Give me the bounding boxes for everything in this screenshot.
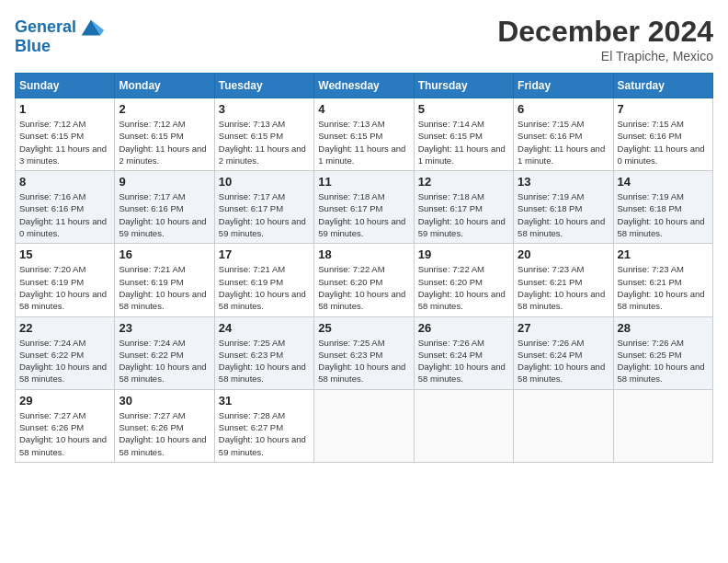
calendar-week-row: 15Sunrise: 7:20 AMSunset: 6:19 PMDayligh… [16,244,713,316]
day-info: Sunrise: 7:23 AMSunset: 6:21 PMDaylight:… [518,263,609,312]
calendar-cell: 1Sunrise: 7:12 AMSunset: 6:15 PMDaylight… [16,98,115,171]
calendar-cell: 19Sunrise: 7:22 AMSunset: 6:20 PMDayligh… [414,244,513,316]
day-number: 27 [518,321,609,335]
day-info: Sunrise: 7:22 AMSunset: 6:20 PMDaylight:… [318,263,409,312]
page-header: General Blue December 2024 El Trapiche, … [15,15,713,63]
calendar-cell: 8Sunrise: 7:16 AMSunset: 6:16 PMDaylight… [16,171,115,244]
calendar-cell [414,389,513,462]
day-number: 9 [119,175,210,189]
day-number: 10 [219,175,310,189]
calendar-cell: 16Sunrise: 7:21 AMSunset: 6:19 PMDayligh… [115,244,214,316]
weekday-header-sunday: Sunday [16,74,115,98]
calendar-cell: 11Sunrise: 7:18 AMSunset: 6:17 PMDayligh… [314,171,414,244]
day-info: Sunrise: 7:25 AMSunset: 6:23 PMDaylight:… [219,337,310,385]
day-info: Sunrise: 7:24 AMSunset: 6:22 PMDaylight:… [19,337,110,385]
calendar-cell: 30Sunrise: 7:27 AMSunset: 6:26 PMDayligh… [115,389,214,462]
calendar-week-row: 29Sunrise: 7:27 AMSunset: 6:26 PMDayligh… [16,389,713,462]
day-info: Sunrise: 7:13 AMSunset: 6:15 PMDaylight:… [219,118,310,167]
calendar-cell: 3Sunrise: 7:13 AMSunset: 6:15 PMDaylight… [214,98,313,171]
calendar-week-row: 1Sunrise: 7:12 AMSunset: 6:15 PMDaylight… [16,98,713,171]
calendar-cell: 18Sunrise: 7:22 AMSunset: 6:20 PMDayligh… [314,244,414,316]
day-number: 11 [318,175,409,189]
day-number: 29 [19,394,110,408]
day-number: 22 [19,321,110,335]
day-number: 24 [219,321,310,335]
day-number: 16 [119,247,210,261]
day-info: Sunrise: 7:13 AMSunset: 6:15 PMDaylight:… [318,118,409,167]
day-number: 1 [19,102,110,116]
calendar-cell: 20Sunrise: 7:23 AMSunset: 6:21 PMDayligh… [514,244,613,316]
calendar-cell: 28Sunrise: 7:26 AMSunset: 6:25 PMDayligh… [613,316,712,389]
calendar-cell: 21Sunrise: 7:23 AMSunset: 6:21 PMDayligh… [613,244,712,316]
day-info: Sunrise: 7:27 AMSunset: 6:26 PMDaylight:… [119,409,210,458]
day-number: 20 [518,247,609,261]
day-info: Sunrise: 7:22 AMSunset: 6:20 PMDaylight:… [418,263,509,312]
day-number: 23 [119,321,210,335]
day-number: 5 [418,102,509,116]
day-info: Sunrise: 7:24 AMSunset: 6:22 PMDaylight:… [119,337,210,385]
day-number: 21 [618,247,709,261]
weekday-header-thursday: Thursday [414,74,513,98]
day-info: Sunrise: 7:17 AMSunset: 6:16 PMDaylight:… [119,190,210,239]
weekday-header-saturday: Saturday [613,74,712,98]
day-info: Sunrise: 7:15 AMSunset: 6:16 PMDaylight:… [518,118,609,167]
calendar-cell: 14Sunrise: 7:19 AMSunset: 6:18 PMDayligh… [613,171,712,244]
day-number: 30 [119,394,210,408]
day-info: Sunrise: 7:15 AMSunset: 6:16 PMDaylight:… [618,118,709,167]
title-block: December 2024 El Trapiche, Mexico [497,15,713,63]
day-info: Sunrise: 7:16 AMSunset: 6:16 PMDaylight:… [19,190,110,239]
day-info: Sunrise: 7:20 AMSunset: 6:19 PMDaylight:… [19,263,110,312]
day-info: Sunrise: 7:12 AMSunset: 6:15 PMDaylight:… [19,118,110,167]
day-info: Sunrise: 7:23 AMSunset: 6:21 PMDaylight:… [618,263,709,312]
calendar-cell: 6Sunrise: 7:15 AMSunset: 6:16 PMDaylight… [514,98,613,171]
calendar-week-row: 22Sunrise: 7:24 AMSunset: 6:22 PMDayligh… [16,316,713,389]
calendar-cell: 10Sunrise: 7:17 AMSunset: 6:17 PMDayligh… [214,171,313,244]
day-info: Sunrise: 7:21 AMSunset: 6:19 PMDaylight:… [219,263,310,312]
day-number: 15 [19,247,110,261]
day-number: 17 [219,247,310,261]
calendar-cell: 31Sunrise: 7:28 AMSunset: 6:27 PMDayligh… [214,389,313,462]
calendar-cell: 4Sunrise: 7:13 AMSunset: 6:15 PMDaylight… [314,98,414,171]
calendar-cell: 17Sunrise: 7:21 AMSunset: 6:19 PMDayligh… [214,244,313,316]
day-info: Sunrise: 7:19 AMSunset: 6:18 PMDaylight:… [518,190,609,239]
day-info: Sunrise: 7:21 AMSunset: 6:19 PMDaylight:… [119,263,210,312]
calendar-cell: 24Sunrise: 7:25 AMSunset: 6:23 PMDayligh… [214,316,313,389]
day-number: 8 [19,175,110,189]
day-info: Sunrise: 7:26 AMSunset: 6:24 PMDaylight:… [518,337,609,385]
day-number: 2 [119,102,210,116]
day-info: Sunrise: 7:17 AMSunset: 6:17 PMDaylight:… [219,190,310,239]
day-info: Sunrise: 7:14 AMSunset: 6:15 PMDaylight:… [418,118,509,167]
calendar-cell: 25Sunrise: 7:25 AMSunset: 6:23 PMDayligh… [314,316,414,389]
calendar-cell: 9Sunrise: 7:17 AMSunset: 6:16 PMDaylight… [115,171,214,244]
day-info: Sunrise: 7:12 AMSunset: 6:15 PMDaylight:… [119,118,210,167]
day-number: 7 [618,102,709,116]
calendar-cell: 26Sunrise: 7:26 AMSunset: 6:24 PMDayligh… [414,316,513,389]
day-number: 31 [219,394,310,408]
calendar-cell: 5Sunrise: 7:14 AMSunset: 6:15 PMDaylight… [414,98,513,171]
weekday-header-wednesday: Wednesday [314,74,414,98]
calendar-cell [613,389,712,462]
day-number: 28 [618,321,709,335]
day-number: 4 [318,102,409,116]
logo-icon [78,15,104,40]
day-number: 25 [318,321,409,335]
weekday-header-monday: Monday [115,74,214,98]
day-number: 19 [418,247,509,261]
day-number: 12 [418,175,509,189]
calendar-cell: 7Sunrise: 7:15 AMSunset: 6:16 PMDaylight… [613,98,712,171]
day-info: Sunrise: 7:28 AMSunset: 6:27 PMDaylight:… [219,409,310,458]
day-number: 14 [618,175,709,189]
month-title: December 2024 [497,15,713,49]
day-info: Sunrise: 7:26 AMSunset: 6:24 PMDaylight:… [418,337,509,385]
calendar-week-row: 8Sunrise: 7:16 AMSunset: 6:16 PMDaylight… [16,171,713,244]
logo: General Blue [15,15,104,56]
location-title: El Trapiche, Mexico [497,49,713,63]
calendar-cell: 23Sunrise: 7:24 AMSunset: 6:22 PMDayligh… [115,316,214,389]
day-number: 18 [318,247,409,261]
day-info: Sunrise: 7:25 AMSunset: 6:23 PMDaylight:… [318,337,409,385]
weekday-header-tuesday: Tuesday [214,74,313,98]
calendar-cell [314,389,414,462]
calendar-cell: 2Sunrise: 7:12 AMSunset: 6:15 PMDaylight… [115,98,214,171]
calendar-cell [514,389,613,462]
calendar-cell: 15Sunrise: 7:20 AMSunset: 6:19 PMDayligh… [16,244,115,316]
